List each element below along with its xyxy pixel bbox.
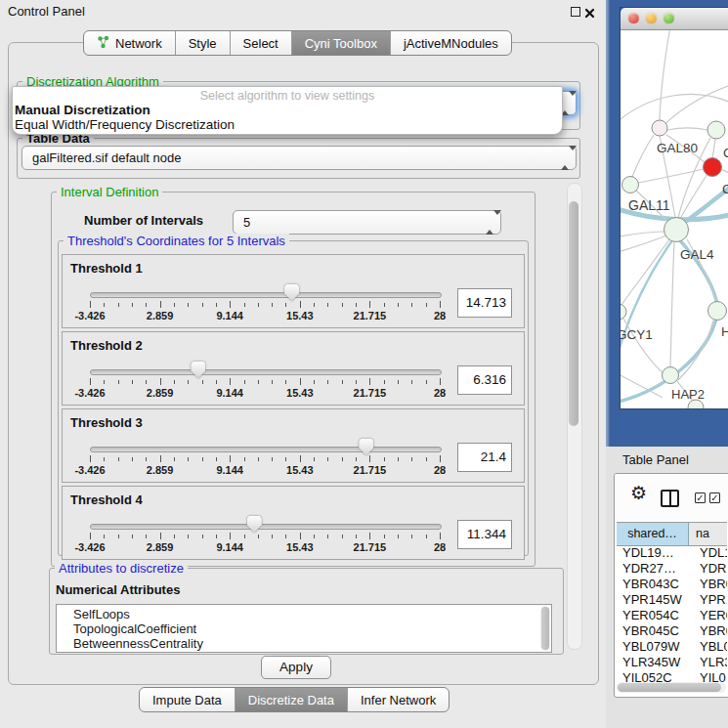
gear-icon[interactable]: ⚙ xyxy=(630,484,647,503)
table-row[interactable]: YDL19…YDL1 xyxy=(617,545,727,561)
network-edge[interactable] xyxy=(721,169,728,175)
minimize-window-button[interactable] xyxy=(646,13,657,23)
network-node[interactable] xyxy=(663,367,679,384)
cell-name[interactable]: YPR1 xyxy=(697,592,727,608)
cell-name[interactable]: YLR3 xyxy=(697,655,727,670)
group-title-interval-definition: Interval Definition xyxy=(57,185,162,199)
close-window-button[interactable] xyxy=(628,13,639,23)
dropdown-option-manual[interactable]: Manual Discretization xyxy=(13,103,562,117)
cell-shared-name[interactable]: YBL079W xyxy=(617,639,697,655)
table-row[interactable]: YLR345WYLR3 xyxy=(617,655,727,670)
attribute-item[interactable]: BetweennessCentrality xyxy=(73,636,551,651)
vertical-scrollbar[interactable] xyxy=(567,183,582,650)
tab-impute-data[interactable]: Impute Data xyxy=(140,688,236,711)
threshold-slider-handle[interactable] xyxy=(191,362,205,378)
network-canvas[interactable]: GAL80GACGAL11GAL4GCY1HHAP2 xyxy=(621,30,728,408)
threshold-value-field[interactable]: 21.4 xyxy=(457,443,512,472)
scrollbar-thumb[interactable] xyxy=(541,607,549,650)
network-edge[interactable] xyxy=(638,169,704,183)
dropdown-option-equal-width[interactable]: Equal Width/Frequency Discretization xyxy=(13,117,562,132)
network-edge[interactable] xyxy=(712,139,715,158)
threshold-slider-track[interactable] xyxy=(90,447,442,452)
network-edge[interactable] xyxy=(660,30,670,120)
cell-shared-name[interactable]: YER054C xyxy=(617,608,697,623)
cell-shared-name[interactable]: YDR27… xyxy=(617,561,697,577)
threshold-value-field[interactable]: 11.344 xyxy=(457,520,512,549)
network-edge[interactable] xyxy=(678,321,713,380)
network-edge[interactable] xyxy=(621,236,666,253)
checkbox-icon[interactable]: ✓ xyxy=(695,492,706,503)
float-window-icon[interactable] xyxy=(571,7,580,17)
threshold-value-field[interactable]: 14.713 xyxy=(457,288,512,318)
attribute-item[interactable]: SelfLoops xyxy=(73,607,551,621)
cell-shared-name[interactable]: YBR045C xyxy=(617,623,697,639)
apply-button[interactable]: Apply xyxy=(261,656,331,679)
tab-style[interactable]: Style xyxy=(176,31,231,55)
tab-select[interactable]: Select xyxy=(231,31,292,55)
cell-name[interactable]: YBR0 xyxy=(697,577,727,592)
cell-shared-name[interactable]: YLR345W xyxy=(617,655,697,670)
network-node[interactable] xyxy=(664,218,689,242)
scrollbar-thumb[interactable] xyxy=(618,683,721,692)
threshold-slider-track[interactable] xyxy=(90,292,442,298)
zoom-window-button[interactable] xyxy=(664,13,674,23)
network-window-titlebar[interactable] xyxy=(621,8,728,30)
network-edge[interactable] xyxy=(621,232,666,237)
number-of-intervals-combo[interactable]: 5 xyxy=(233,210,501,235)
threshold-slider-handle[interactable] xyxy=(247,516,262,533)
cell-name[interactable]: YBR0 xyxy=(697,623,727,639)
threshold-slider-handle[interactable] xyxy=(284,284,299,301)
network-node[interactable] xyxy=(621,304,626,320)
table-row[interactable]: YDR27…YDR2 xyxy=(617,561,727,577)
attribute-item[interactable]: TopologicalCoefficient xyxy=(73,621,551,636)
column-header-shared-name[interactable]: shared… xyxy=(617,523,689,545)
cell-name[interactable]: YDL1 xyxy=(697,545,727,561)
cell-shared-name[interactable]: YPR145W xyxy=(617,592,697,608)
tick-mark xyxy=(398,457,399,461)
cell-name[interactable]: YBL0 xyxy=(697,639,727,655)
cell-name[interactable]: YER0 xyxy=(697,608,727,623)
tab-cyni-toolbox[interactable]: Cyni Toolbox xyxy=(292,31,391,55)
table-row[interactable]: YBR045CYBR0 xyxy=(617,623,727,639)
close-icon[interactable] xyxy=(584,5,595,16)
threshold-slider-handle[interactable] xyxy=(359,439,373,455)
tab-discretize-data[interactable]: Discretize Data xyxy=(236,688,348,711)
table-row[interactable]: YER054CYER0 xyxy=(617,608,727,623)
column-header-name[interactable]: na xyxy=(689,523,727,545)
network-edge[interactable] xyxy=(667,128,707,130)
tab-jactivemnodules[interactable]: jActiveMNodules xyxy=(391,31,511,55)
cell-name[interactable]: YIL0 xyxy=(697,670,727,682)
attributes-scrollbar[interactable] xyxy=(540,606,550,651)
network-node[interactable] xyxy=(652,120,667,136)
numerical-attributes-label: Numerical Attributes xyxy=(56,582,180,597)
table-row[interactable]: YBR043CYBR0 xyxy=(617,577,727,592)
threshold-slider-track[interactable] xyxy=(90,369,442,375)
scrollbar-thumb[interactable] xyxy=(569,201,578,426)
network-node[interactable] xyxy=(622,177,639,193)
tick-mark xyxy=(230,455,231,462)
network-node[interactable] xyxy=(708,302,727,321)
network-edge[interactable] xyxy=(670,242,674,366)
network-edge[interactable] xyxy=(664,85,728,124)
tab-infer-network[interactable]: Infer Network xyxy=(348,688,449,711)
tab-network[interactable]: Network xyxy=(84,31,176,55)
network-node[interactable] xyxy=(707,121,725,139)
table-row[interactable]: YBL079WYBL0 xyxy=(617,639,727,655)
network-edge[interactable] xyxy=(621,94,728,124)
threshold-value-field[interactable]: 6.316 xyxy=(457,365,512,395)
checkbox-icon[interactable]: ✓ xyxy=(709,492,720,503)
split-columns-icon[interactable] xyxy=(661,490,679,507)
tick-mark xyxy=(132,303,133,307)
cell-shared-name[interactable]: YIL052C xyxy=(617,670,697,682)
table-row[interactable]: YIL052CYIL0 xyxy=(617,670,727,682)
horizontal-scrollbar[interactable] xyxy=(617,682,726,693)
tick-mark xyxy=(160,301,161,308)
table-data-combo[interactable]: galFiltered.sif default node xyxy=(21,146,577,170)
threshold-slider-track[interactable] xyxy=(90,524,442,530)
cell-shared-name[interactable]: YBR043C xyxy=(617,577,697,592)
cell-name[interactable]: YDR2 xyxy=(697,561,727,577)
network-edge[interactable] xyxy=(632,135,654,177)
network-node[interactable] xyxy=(704,158,722,177)
table-row[interactable]: YPR145WYPR1 xyxy=(617,592,727,608)
cell-shared-name[interactable]: YDL19… xyxy=(617,545,697,561)
